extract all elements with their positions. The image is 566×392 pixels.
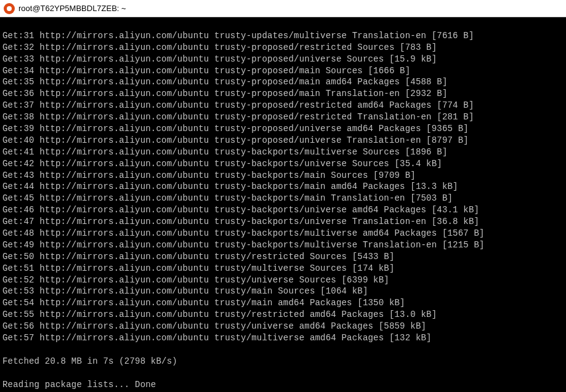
apt-get-line: Get:37 http://mirrors.aliyun.com/ubuntu … xyxy=(2,100,564,111)
apt-get-line: Get:46 http://mirrors.aliyun.com/ubuntu … xyxy=(2,204,564,216)
apt-get-line: Get:55 http://mirrors.aliyun.com/ubuntu … xyxy=(2,309,564,321)
apt-get-line: Get:35 http://mirrors.aliyun.com/ubuntu … xyxy=(2,76,564,88)
apt-get-line: Get:54 http://mirrors.aliyun.com/ubuntu … xyxy=(2,297,564,309)
terminal-output[interactable]: Get:31 http://mirrors.aliyun.com/ubuntu … xyxy=(0,17,566,392)
fetched-summary: Fetched 20.8 MB in 7s (2798 kB/s) xyxy=(2,356,564,367)
apt-get-line: Get:48 http://mirrors.aliyun.com/ubuntu … xyxy=(2,228,564,239)
apt-get-line: Get:56 http://mirrors.aliyun.com/ubuntu … xyxy=(2,321,564,332)
apt-get-line: Get:53 http://mirrors.aliyun.com/ubuntu … xyxy=(2,286,564,297)
apt-get-line: Get:31 http://mirrors.aliyun.com/ubuntu … xyxy=(2,30,564,42)
apt-get-line: Get:57 http://mirrors.aliyun.com/ubuntu … xyxy=(2,332,564,344)
apt-get-line: Get:44 http://mirrors.aliyun.com/ubuntu … xyxy=(2,181,564,193)
apt-get-line: Get:32 http://mirrors.aliyun.com/ubuntu … xyxy=(2,42,564,54)
apt-get-line: Get:52 http://mirrors.aliyun.com/ubuntu … xyxy=(2,274,564,286)
apt-get-line: Get:45 http://mirrors.aliyun.com/ubuntu … xyxy=(2,193,564,204)
apt-get-line: Get:47 http://mirrors.aliyun.com/ubuntu … xyxy=(2,216,564,228)
apt-get-line: Get:39 http://mirrors.aliyun.com/ubuntu … xyxy=(2,123,564,135)
reading-lists: Reading package lists... Done xyxy=(2,379,564,391)
window-title: root@T62YP5MBBDL7ZEB: ~ xyxy=(18,4,126,13)
apt-get-lines: Get:31 http://mirrors.aliyun.com/ubuntu … xyxy=(2,30,564,344)
apt-get-line: Get:49 http://mirrors.aliyun.com/ubuntu … xyxy=(2,239,564,251)
apt-get-line: Get:42 http://mirrors.aliyun.com/ubuntu … xyxy=(2,158,564,170)
window-titlebar: root@T62YP5MBBDL7ZEB: ~ xyxy=(0,0,566,17)
apt-get-line: Get:41 http://mirrors.aliyun.com/ubuntu … xyxy=(2,146,564,158)
apt-get-line: Get:33 http://mirrors.aliyun.com/ubuntu … xyxy=(2,54,564,65)
apt-get-line: Get:36 http://mirrors.aliyun.com/ubuntu … xyxy=(2,88,564,100)
apt-get-line: Get:51 http://mirrors.aliyun.com/ubuntu … xyxy=(2,263,564,274)
ubuntu-logo-icon xyxy=(4,3,15,14)
apt-get-line: Get:38 http://mirrors.aliyun.com/ubuntu … xyxy=(2,111,564,123)
apt-get-line: Get:43 http://mirrors.aliyun.com/ubuntu … xyxy=(2,170,564,182)
apt-get-line: Get:50 http://mirrors.aliyun.com/ubuntu … xyxy=(2,251,564,263)
apt-get-line: Get:34 http://mirrors.aliyun.com/ubuntu … xyxy=(2,65,564,77)
apt-get-line: Get:40 http://mirrors.aliyun.com/ubuntu … xyxy=(2,135,564,146)
